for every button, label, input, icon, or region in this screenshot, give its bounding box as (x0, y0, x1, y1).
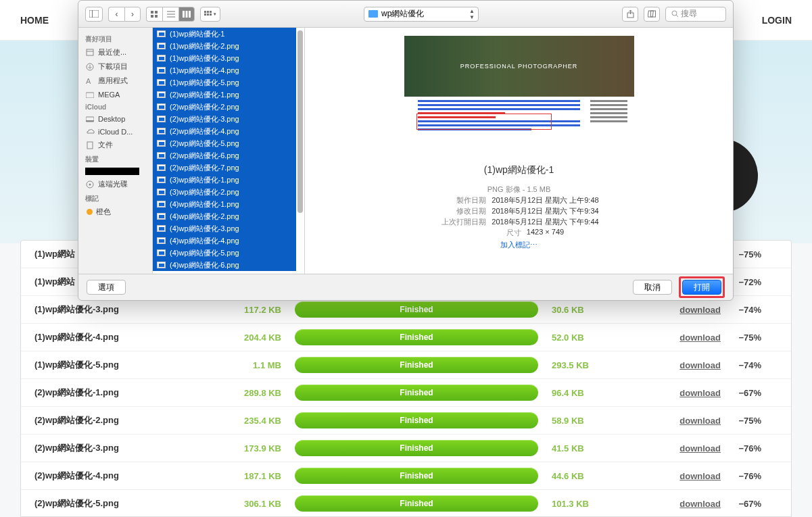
svg-rect-17 (210, 14, 212, 16)
meta-value: 2018年5月12日 星期六 下午9:44 (492, 217, 598, 227)
file-item[interactable]: (1)wp網站優化-4.png (153, 64, 296, 76)
file-item[interactable]: (4)wp網站優化-6.png (153, 259, 296, 271)
file-column: (1)wp網站優化-1(1)wp網站優化-2.png(1)wp網站優化-3.pn… (153, 28, 305, 274)
tag-dot-icon (87, 209, 93, 215)
svg-rect-12 (204, 11, 206, 13)
download-link[interactable]: download (606, 416, 721, 426)
download-link[interactable]: download (606, 443, 721, 453)
sidebar-item[interactable]: MEGA (78, 88, 152, 101)
file-label: (4)wp網站優化-6.png (170, 260, 239, 270)
file-icon (157, 237, 166, 244)
share-button[interactable] (622, 7, 638, 22)
download-link[interactable]: download (606, 305, 721, 315)
file-item[interactable]: (2)wp網站優化-2.png (153, 101, 296, 113)
sidebar-item[interactable]: 下載項目 (78, 59, 152, 74)
download-link[interactable]: download (606, 499, 721, 509)
file-item[interactable]: (2)wp網站優化-4.png (153, 125, 296, 137)
back-button[interactable]: ‹ (108, 7, 124, 22)
file-item[interactable]: (5)wp網站優化-3.png (153, 271, 296, 274)
file-list[interactable]: (1)wp網站優化-1(1)wp網站優化-2.png(1)wp網站優化-3.pn… (153, 28, 304, 274)
file-item[interactable]: (2)wp網站優化-6.png (153, 149, 296, 162)
file-icon (157, 30, 166, 37)
view-mode-group (146, 7, 195, 22)
file-name: (2)wp網站優化-1.png (34, 387, 234, 399)
file-name: (2)wp網站優化-2.png (34, 414, 234, 426)
file-item[interactable]: (1)wp網站優化-3.png (153, 52, 296, 64)
arrange-button[interactable]: ▾ (200, 7, 220, 22)
add-tags-link[interactable]: 加入標記⋯ (439, 240, 598, 250)
file-item[interactable]: (1)wp網站優化-2.png (153, 40, 296, 52)
folder-path-select[interactable]: wp網站優化 ▲▼ (364, 7, 479, 22)
file-item[interactable]: (4)wp網站優化-3.png (153, 222, 296, 235)
download-link[interactable]: download (606, 333, 721, 343)
svg-rect-0 (89, 10, 99, 18)
file-name: (2)wp網站優化-4.png (34, 470, 234, 482)
download-link[interactable]: download (606, 360, 721, 370)
sidebar-item[interactable]: A應用程式 (78, 74, 152, 88)
search-input[interactable]: 搜尋 (665, 7, 726, 22)
svg-rect-15 (204, 14, 206, 16)
nav-login[interactable]: LOGIN (762, 15, 792, 26)
nav-home[interactable]: HOME (20, 15, 49, 26)
download-link[interactable]: download (606, 388, 721, 398)
file-item[interactable]: (1)wp網站優化-5.png (153, 76, 296, 89)
savings-pct: −76% (721, 443, 761, 453)
cancel-button[interactable]: 取消 (633, 280, 672, 295)
sidebar-item[interactable]: 遠端光碟 (78, 177, 152, 191)
file-name: (1)wp網站優化-4.png (34, 331, 234, 343)
file-label: (1)wp網站優化-1 (170, 29, 224, 39)
new-size: 96.4 KB (552, 388, 606, 398)
scrollbar-thumb[interactable] (297, 30, 303, 213)
file-label: (1)wp網站優化-4.png (170, 66, 239, 76)
nav-back-forward: ‹ › (108, 7, 141, 22)
tags-button[interactable] (644, 7, 660, 22)
file-item[interactable]: (2)wp網站優化-1.png (153, 89, 296, 101)
file-item[interactable]: (3)wp網站優化-2.png (153, 186, 296, 198)
progress-bar: Finished (295, 301, 538, 318)
open-button[interactable]: 打開 (682, 280, 721, 295)
file-item[interactable]: (4)wp網站優化-2.png (153, 210, 296, 222)
sidebar-item[interactable]: 文件 (78, 138, 152, 152)
list-view-button[interactable] (162, 7, 178, 22)
annotation-open-box: 打開 (679, 276, 725, 298)
file-item[interactable]: (4)wp網站優化-5.png (153, 247, 296, 259)
new-size: 44.6 KB (552, 471, 606, 481)
sidebar-item[interactable]: Desktop (78, 112, 152, 125)
column-view-button[interactable] (178, 7, 195, 22)
svg-rect-3 (155, 11, 158, 14)
file-item[interactable]: (3)wp網站優化-1.png (153, 174, 296, 186)
savings-pct: −67% (721, 499, 761, 509)
savings-pct: −75% (721, 416, 761, 426)
file-item[interactable]: (4)wp網站優化-4.png (153, 235, 296, 247)
file-item[interactable]: (1)wp網站優化-1 (153, 28, 296, 40)
file-label: (2)wp網站優化-4.png (170, 126, 239, 137)
disc-icon (85, 180, 95, 189)
download-link[interactable]: download (606, 471, 721, 481)
file-label: (3)wp網站優化-1.png (170, 175, 239, 185)
svg-rect-13 (207, 11, 209, 13)
fav-icon (85, 62, 95, 71)
sidebar-item[interactable]: iCloud D... (78, 125, 152, 138)
meta-value: 1423 × 749 (527, 228, 564, 238)
file-item[interactable]: (2)wp網站優化-5.png (153, 137, 296, 149)
sidebar-item[interactable] (78, 166, 152, 177)
sidebar-toggle-button[interactable] (85, 7, 103, 22)
svg-rect-11 (189, 11, 191, 18)
scrollbar[interactable] (297, 30, 303, 271)
file-icon (157, 103, 166, 110)
new-size: 58.9 KB (552, 416, 606, 426)
icon-view-button[interactable] (146, 7, 162, 22)
svg-rect-2 (151, 11, 153, 14)
file-item[interactable]: (2)wp網站優化-7.png (153, 162, 296, 174)
options-button[interactable]: 選項 (87, 280, 126, 295)
svg-rect-31 (86, 120, 94, 122)
sidebar-item[interactable]: 最近使... (78, 45, 152, 59)
file-name: (1)wp網站優化-3.png (34, 303, 234, 316)
file-item[interactable]: (4)wp網站優化-1.png (153, 198, 296, 210)
file-item[interactable]: (2)wp網站優化-3.png (153, 113, 296, 125)
progress-bar: Finished (295, 385, 538, 401)
sidebar-tag[interactable]: 橙色 (78, 205, 152, 219)
original-size: 173.9 KB (234, 443, 281, 453)
file-icon (157, 189, 166, 195)
forward-button[interactable]: › (124, 7, 141, 22)
